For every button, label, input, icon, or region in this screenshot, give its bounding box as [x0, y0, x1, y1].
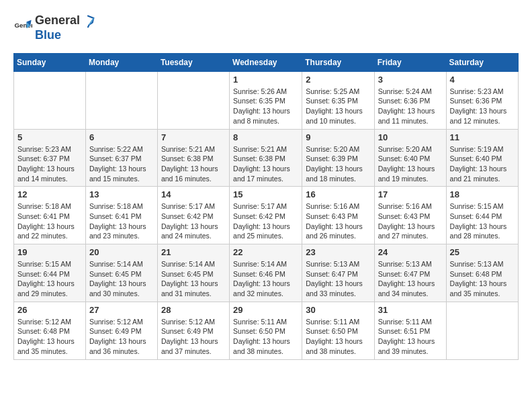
day-number-5: 5	[17, 132, 82, 142]
day-cell-31: 31Sunrise: 5:11 AM Sunset: 6:51 PM Dayli…	[374, 302, 446, 359]
day-number-25: 25	[450, 247, 515, 257]
day-number-16: 16	[306, 189, 370, 199]
day-cell-30: 30Sunrise: 5:11 AM Sunset: 6:50 PM Dayli…	[302, 302, 374, 359]
day-number-11: 11	[450, 132, 515, 142]
day-cell-29: 29Sunrise: 5:11 AM Sunset: 6:50 PM Dayli…	[230, 302, 302, 359]
day-number-15: 15	[233, 189, 298, 199]
empty-cell	[14, 71, 86, 129]
day-number-20: 20	[89, 247, 154, 257]
day-info-31: Sunrise: 5:11 AM Sunset: 6:51 PM Dayligh…	[378, 317, 443, 357]
day-cell-7: 7Sunrise: 5:21 AM Sunset: 6:38 PM Daylig…	[157, 129, 229, 187]
day-info-11: Sunrise: 5:19 AM Sunset: 6:40 PM Dayligh…	[450, 144, 515, 184]
week-row-5: 26Sunrise: 5:12 AM Sunset: 6:48 PM Dayli…	[14, 302, 519, 359]
logo: General General Blue	[13, 13, 96, 42]
day-info-10: Sunrise: 5:20 AM Sunset: 6:40 PM Dayligh…	[378, 144, 443, 184]
logo-general-text: General	[35, 13, 80, 27]
day-number-22: 22	[233, 247, 298, 257]
logo-blue-text: Blue	[35, 28, 61, 42]
day-info-12: Sunrise: 5:18 AM Sunset: 6:41 PM Dayligh…	[17, 201, 82, 241]
day-info-20: Sunrise: 5:14 AM Sunset: 6:45 PM Dayligh…	[89, 259, 154, 299]
day-number-14: 14	[161, 189, 226, 199]
day-cell-21: 21Sunrise: 5:14 AM Sunset: 6:45 PM Dayli…	[157, 244, 229, 302]
day-cell-12: 12Sunrise: 5:18 AM Sunset: 6:41 PM Dayli…	[14, 187, 86, 244]
logo-icon: General	[13, 18, 32, 37]
calendar-table: SundayMondayTuesdayWednesdayThursdayFrid…	[13, 53, 519, 360]
day-cell-16: 16Sunrise: 5:16 AM Sunset: 6:43 PM Dayli…	[302, 187, 374, 244]
day-info-25: Sunrise: 5:13 AM Sunset: 6:48 PM Dayligh…	[450, 259, 515, 299]
day-info-1: Sunrise: 5:26 AM Sunset: 6:35 PM Dayligh…	[233, 87, 298, 126]
day-number-24: 24	[378, 247, 443, 257]
day-info-26: Sunrise: 5:12 AM Sunset: 6:48 PM Dayligh…	[17, 317, 82, 357]
day-info-24: Sunrise: 5:13 AM Sunset: 6:47 PM Dayligh…	[378, 259, 443, 299]
day-cell-2: 2Sunrise: 5:25 AM Sunset: 6:35 PM Daylig…	[302, 71, 374, 129]
empty-cell	[446, 302, 518, 359]
day-cell-4: 4Sunrise: 5:23 AM Sunset: 6:36 PM Daylig…	[446, 71, 518, 129]
day-cell-9: 9Sunrise: 5:20 AM Sunset: 6:39 PM Daylig…	[302, 129, 374, 187]
day-number-21: 21	[161, 247, 226, 257]
day-cell-24: 24Sunrise: 5:13 AM Sunset: 6:47 PM Dayli…	[374, 244, 446, 302]
day-number-3: 3	[378, 75, 443, 85]
day-number-28: 28	[161, 305, 226, 315]
day-info-28: Sunrise: 5:12 AM Sunset: 6:49 PM Dayligh…	[161, 317, 226, 357]
page-header: General General Blue	[13, 13, 519, 42]
day-cell-3: 3Sunrise: 5:24 AM Sunset: 6:36 PM Daylig…	[374, 71, 446, 129]
weekday-header-monday: Monday	[85, 53, 157, 71]
day-info-29: Sunrise: 5:11 AM Sunset: 6:50 PM Dayligh…	[233, 317, 298, 357]
day-info-9: Sunrise: 5:20 AM Sunset: 6:39 PM Dayligh…	[306, 144, 370, 184]
day-number-30: 30	[306, 305, 370, 315]
weekday-header-sunday: Sunday	[14, 53, 86, 71]
day-number-9: 9	[306, 132, 370, 142]
day-info-30: Sunrise: 5:11 AM Sunset: 6:50 PM Dayligh…	[306, 317, 370, 357]
day-cell-23: 23Sunrise: 5:13 AM Sunset: 6:47 PM Dayli…	[302, 244, 374, 302]
day-cell-6: 6Sunrise: 5:22 AM Sunset: 6:37 PM Daylig…	[85, 129, 157, 187]
day-info-7: Sunrise: 5:21 AM Sunset: 6:38 PM Dayligh…	[161, 144, 226, 184]
day-info-21: Sunrise: 5:14 AM Sunset: 6:45 PM Dayligh…	[161, 259, 226, 299]
day-info-22: Sunrise: 5:14 AM Sunset: 6:46 PM Dayligh…	[233, 259, 298, 299]
day-cell-28: 28Sunrise: 5:12 AM Sunset: 6:49 PM Dayli…	[157, 302, 229, 359]
day-info-16: Sunrise: 5:16 AM Sunset: 6:43 PM Dayligh…	[306, 201, 370, 241]
day-number-26: 26	[17, 305, 82, 315]
day-number-10: 10	[378, 132, 443, 142]
day-cell-11: 11Sunrise: 5:19 AM Sunset: 6:40 PM Dayli…	[446, 129, 518, 187]
day-number-4: 4	[450, 75, 515, 85]
day-info-8: Sunrise: 5:21 AM Sunset: 6:38 PM Dayligh…	[233, 144, 298, 184]
day-info-27: Sunrise: 5:12 AM Sunset: 6:49 PM Dayligh…	[89, 317, 154, 357]
day-info-6: Sunrise: 5:22 AM Sunset: 6:37 PM Dayligh…	[89, 144, 154, 184]
week-row-3: 12Sunrise: 5:18 AM Sunset: 6:41 PM Dayli…	[14, 187, 519, 244]
weekday-header-row: SundayMondayTuesdayWednesdayThursdayFrid…	[14, 53, 519, 71]
day-info-18: Sunrise: 5:15 AM Sunset: 6:44 PM Dayligh…	[450, 201, 515, 241]
day-cell-27: 27Sunrise: 5:12 AM Sunset: 6:49 PM Dayli…	[85, 302, 157, 359]
day-info-15: Sunrise: 5:17 AM Sunset: 6:42 PM Dayligh…	[233, 201, 298, 241]
day-cell-22: 22Sunrise: 5:14 AM Sunset: 6:46 PM Dayli…	[230, 244, 302, 302]
day-number-1: 1	[233, 75, 298, 85]
logo-swoosh	[81, 15, 95, 28]
day-info-3: Sunrise: 5:24 AM Sunset: 6:36 PM Dayligh…	[378, 87, 443, 126]
day-cell-19: 19Sunrise: 5:15 AM Sunset: 6:44 PM Dayli…	[14, 244, 86, 302]
day-number-6: 6	[89, 132, 154, 142]
weekday-header-wednesday: Wednesday	[230, 53, 302, 71]
day-info-17: Sunrise: 5:16 AM Sunset: 6:43 PM Dayligh…	[378, 201, 443, 241]
day-number-29: 29	[233, 305, 298, 315]
week-row-1: 1Sunrise: 5:26 AM Sunset: 6:35 PM Daylig…	[14, 71, 519, 129]
day-number-31: 31	[378, 305, 443, 315]
day-number-27: 27	[89, 305, 154, 315]
day-number-2: 2	[306, 75, 370, 85]
day-cell-13: 13Sunrise: 5:18 AM Sunset: 6:41 PM Dayli…	[85, 187, 157, 244]
weekday-header-friday: Friday	[374, 53, 446, 71]
day-number-19: 19	[17, 247, 82, 257]
day-cell-25: 25Sunrise: 5:13 AM Sunset: 6:48 PM Dayli…	[446, 244, 518, 302]
day-number-18: 18	[450, 189, 515, 199]
day-cell-18: 18Sunrise: 5:15 AM Sunset: 6:44 PM Dayli…	[446, 187, 518, 244]
day-info-5: Sunrise: 5:23 AM Sunset: 6:37 PM Dayligh…	[17, 144, 82, 184]
day-info-19: Sunrise: 5:15 AM Sunset: 6:44 PM Dayligh…	[17, 259, 82, 299]
day-number-8: 8	[233, 132, 298, 142]
day-number-7: 7	[161, 132, 226, 142]
day-cell-8: 8Sunrise: 5:21 AM Sunset: 6:38 PM Daylig…	[230, 129, 302, 187]
day-info-2: Sunrise: 5:25 AM Sunset: 6:35 PM Dayligh…	[306, 87, 370, 126]
empty-cell	[157, 71, 229, 129]
day-number-17: 17	[378, 189, 443, 199]
day-cell-14: 14Sunrise: 5:17 AM Sunset: 6:42 PM Dayli…	[157, 187, 229, 244]
day-info-23: Sunrise: 5:13 AM Sunset: 6:47 PM Dayligh…	[306, 259, 370, 299]
weekday-header-saturday: Saturday	[446, 53, 518, 71]
day-cell-26: 26Sunrise: 5:12 AM Sunset: 6:48 PM Dayli…	[14, 302, 86, 359]
